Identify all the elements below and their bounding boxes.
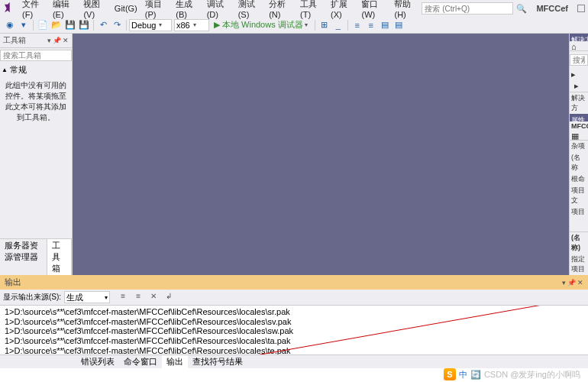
toolbar-comment-icon[interactable]: ▤: [378, 18, 392, 32]
toolbar-nav-fwd-icon[interactable]: ▾: [17, 18, 31, 32]
left-tab-strip: 服务器资源管理器 工具箱: [0, 238, 72, 275]
separator: [315, 20, 315, 31]
menu-build[interactable]: 生成(B): [172, 0, 202, 21]
menu-debug[interactable]: 调试(D): [203, 0, 234, 21]
chevron-right-icon: ▸: [574, 81, 579, 91]
tab-solution-explorer[interactable]: 解决方: [570, 92, 588, 114]
menu-project[interactable]: 项目(P): [141, 0, 172, 21]
toolbar-save-icon[interactable]: 💾: [63, 18, 77, 32]
toolbar-undo-icon[interactable]: ↶: [96, 18, 110, 32]
collapse-icon: ▲: [2, 66, 8, 73]
output-from-label: 显示输出来源(S):: [3, 292, 61, 303]
output-line: 1>D:\source\s**\cef3\mfccef-master\MFCCe…: [5, 317, 583, 327]
toolbar-saveall-icon[interactable]: 💾: [77, 18, 91, 32]
toolbox-title: 工具箱: [3, 35, 26, 46]
output-from-value: 生成: [66, 292, 83, 303]
prop-root[interactable]: 根命: [570, 173, 588, 185]
menu-bar: 文件(F) 编辑(E) 视图(V) Git(G) 项目(P) 生成(B) 调试(…: [0, 0, 588, 17]
toolbar-misc1-icon[interactable]: ⊞: [318, 18, 331, 32]
right-panels: 解决方案 ⌂ ▸ ▸ 解决方 属性 MFCCe ▦ 杂项 (名称 根命 项目文 …: [569, 34, 588, 275]
toolbox-search-input[interactable]: [0, 50, 72, 61]
separator: [126, 20, 127, 31]
watermark: S 中 🔄 CSDN @发芽ing的小啊呜: [444, 368, 580, 380]
panel-dropdown-icon[interactable]: ▾: [562, 279, 566, 286]
toolbar-misc2-icon[interactable]: _: [331, 18, 345, 32]
tab-server-explorer[interactable]: 服务器资源管理器: [0, 239, 47, 275]
window-control-icon[interactable]: [577, 5, 585, 12]
output-goto-icon[interactable]: ≡: [118, 292, 128, 303]
platform-combo[interactable]: x86 ▾: [174, 19, 209, 31]
toolbox-title-bar: 工具箱 ▾ 📌 ✕: [0, 34, 72, 48]
separator: [347, 20, 348, 31]
toolbar-new-icon[interactable]: 📄: [36, 18, 50, 32]
output-from-combo[interactable]: 生成 ▾: [64, 291, 110, 303]
panel-close-icon[interactable]: ✕: [63, 37, 69, 44]
categorize-icon[interactable]: ▦: [571, 131, 579, 139]
toolbar-uncomment-icon[interactable]: ▤: [392, 18, 405, 32]
switch-icon: 🔄: [470, 370, 481, 380]
panel-pin-icon[interactable]: 📌: [567, 279, 576, 286]
prop-name-desc: 指定项目: [570, 254, 588, 275]
menu-analyze[interactable]: 分析(N): [265, 0, 296, 21]
separator: [93, 20, 94, 31]
run-debug-label: 本地 Windows 调试器: [222, 19, 303, 31]
tab-find-symbol[interactable]: 查找符号结果: [188, 355, 247, 368]
properties-title: 属性: [570, 114, 588, 121]
misc-group-lbl[interactable]: 杂项: [570, 140, 588, 152]
output-prev-icon[interactable]: ≡: [133, 292, 144, 303]
tab-toolbox[interactable]: 工具箱: [47, 239, 72, 275]
toolbar-nav-back-icon[interactable]: ◉: [3, 18, 17, 32]
panel-close-icon[interactable]: ✕: [577, 279, 583, 286]
toolbox-group-header[interactable]: ▲ 常规: [0, 63, 72, 77]
output-line: 1>D:\source\s**\cef3\mfccef-master\MFCCe…: [5, 326, 583, 336]
properties-target: MFCCe: [570, 121, 588, 131]
output-title-bar: 输出 ▾ 📌 ✕: [0, 275, 588, 290]
toolbar-indent-left-icon[interactable]: ≡: [351, 18, 364, 32]
tab-error-list[interactable]: 错误列表: [76, 355, 119, 368]
toolbar-indent-right-icon[interactable]: ≡: [364, 18, 378, 32]
prop-name-desc-title: (名称): [570, 231, 588, 254]
chevron-down-icon: ▾: [159, 21, 162, 28]
editor-empty-area: [73, 34, 569, 275]
output-line: 1>D:\source\s**\cef3\mfccef-master\MFCCe…: [5, 336, 583, 346]
prop-name[interactable]: (名称: [570, 152, 588, 173]
solution-search-input[interactable]: [570, 54, 588, 66]
search-icon[interactable]: 🔍: [513, 4, 530, 14]
menu-test[interactable]: 测试(S): [234, 0, 265, 21]
output-panel: 输出 ▾ 📌 ✕ 显示输出来源(S): 生成 ▾ ≡ ≡ ✕ ↲ 1>D:\so…: [0, 275, 588, 368]
watermark-text: CSDN @发芽ing的小啊呜: [484, 369, 580, 380]
vs-logo-icon: [3, 2, 15, 15]
output-clear-icon[interactable]: ✕: [148, 292, 159, 303]
solution-node[interactable]: ▸: [570, 69, 588, 80]
output-text-area[interactable]: 1>D:\source\s**\cef3\mfccef-master\MFCCe…: [0, 306, 588, 354]
output-wrap-icon[interactable]: ↲: [163, 292, 174, 303]
panel-dropdown-icon[interactable]: ▾: [47, 37, 51, 44]
panel-pin-icon[interactable]: 📌: [53, 37, 61, 44]
play-icon: ▶: [214, 20, 220, 30]
prop-dep[interactable]: 项目: [570, 206, 588, 218]
sogou-badge-icon: S: [444, 368, 456, 380]
toolbar-redo-icon[interactable]: ↷: [110, 18, 124, 32]
chevron-down-icon: ▾: [193, 21, 196, 28]
toolbar-open-icon[interactable]: 📂: [50, 18, 63, 32]
prop-file[interactable]: 项目文: [570, 185, 588, 206]
toolbox-empty-msg: 此组中没有可用的控件。将某项拖至此文本可将其添加到工具箱。: [0, 77, 72, 126]
separator: [33, 20, 34, 31]
run-debug-button[interactable]: ▶ 本地 Windows 调试器 ▾: [209, 19, 312, 31]
config-combo[interactable]: Debug ▾: [129, 19, 172, 31]
main-area: 工具箱 ▾ 📌 ✕ ▲ 常规 此组中没有可用的控件。将某项拖至此文本可将其添加到…: [0, 34, 588, 275]
tab-output[interactable]: 输出: [162, 355, 188, 368]
chevron-down-icon: ▾: [105, 294, 108, 301]
tab-command-window[interactable]: 命令窗口: [119, 355, 162, 368]
toolbox-panel: 工具箱 ▾ 📌 ✕ ▲ 常规 此组中没有可用的控件。将某项拖至此文本可将其添加到…: [0, 34, 73, 275]
chevron-down-icon: ▾: [305, 21, 308, 28]
solution-node[interactable]: ▸: [570, 80, 588, 92]
solution-explorer-title: 解决方案: [570, 34, 588, 41]
output-title: 输出: [5, 277, 21, 288]
standard-toolbar: ◉ ▾ 📄 📂 💾 💾 ↶ ↷ Debug ▾ x86 ▾ ▶ 本地 Windo…: [0, 17, 588, 34]
chevron-right-icon: ▸: [571, 70, 576, 79]
config-value: Debug: [131, 21, 156, 30]
search-input[interactable]: [422, 2, 513, 15]
home-icon[interactable]: ⌂: [571, 42, 579, 50]
menu-git[interactable]: Git(G): [111, 2, 141, 15]
